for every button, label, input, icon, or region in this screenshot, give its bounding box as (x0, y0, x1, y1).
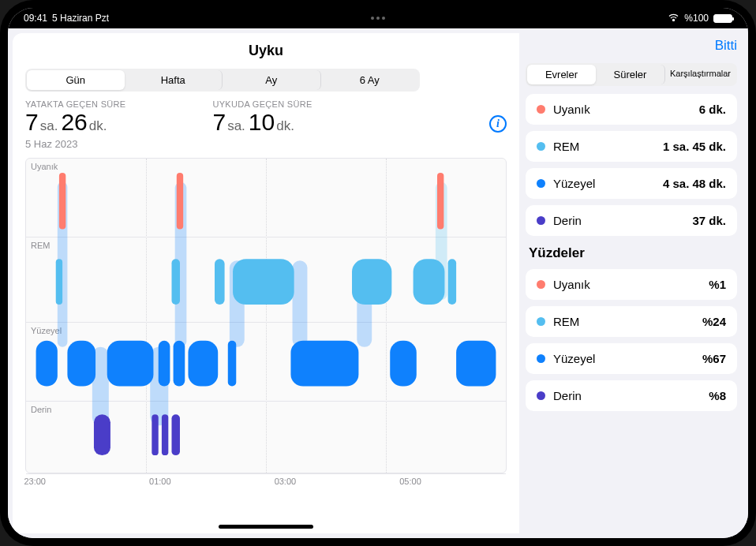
side-tabs: Evreler Süreler Karşılaştırmalar (526, 63, 737, 86)
svg-rect-17 (448, 259, 456, 305)
x-tick-2: 03:00 (275, 477, 297, 486)
status-bar: 09:41 5 Haziran Pzt %100 (8, 8, 748, 28)
time-in-bed: YATAKTA GEÇEN SÜRE 7 sa. 26 dk. (25, 99, 125, 136)
phase-value: 4 sa. 48 dk. (663, 177, 726, 190)
percentage-row[interactable]: Derin%8 (526, 380, 737, 411)
percentage-name: Uyanık (553, 278, 590, 291)
x-axis: 23:00 01:00 03:00 05:00 (25, 477, 507, 492)
percentage-row[interactable]: Uyanık%1 (526, 269, 737, 300)
svg-rect-14 (233, 259, 294, 305)
svg-rect-27 (456, 341, 496, 387)
percentage-value: %1 (709, 278, 726, 291)
svg-rect-16 (414, 259, 445, 305)
main-panel: Uyku Gün Hafta Ay 6 Ay YATAKTA GEÇEN SÜR… (13, 33, 519, 533)
stat-date: 5 Haz 2023 (25, 138, 507, 150)
tab-comparisons[interactable]: Karşılaştırmalar (665, 65, 735, 84)
info-icon[interactable]: i (489, 115, 507, 133)
phase-dot-icon (537, 105, 545, 114)
time-asleep-hours: 7 (212, 109, 226, 136)
svg-rect-30 (162, 414, 168, 455)
tab-phases[interactable]: Evreler (527, 65, 596, 84)
svg-rect-13 (215, 259, 225, 305)
phase-value: 6 dk. (699, 103, 726, 116)
phase-row[interactable]: Derin37 dk. (526, 205, 737, 236)
time-asleep-mins: 10 (249, 109, 275, 136)
phase-name: REM (553, 140, 579, 153)
percentage-value: %67 (702, 352, 726, 365)
tab-month[interactable]: Ay (223, 70, 321, 90)
phase-name: Derin (553, 214, 582, 227)
svg-rect-18 (36, 341, 58, 387)
time-in-bed-hours: 7 (25, 109, 39, 136)
svg-rect-15 (352, 259, 391, 305)
svg-rect-20 (107, 341, 154, 387)
percentage-name: Yüzeyel (553, 352, 595, 365)
x-tick-1: 01:00 (149, 477, 171, 486)
x-tick-0: 23:00 (24, 477, 46, 486)
phase-dot-icon (537, 216, 545, 225)
svg-rect-5 (293, 260, 308, 346)
percentages-list: Uyanık%1REM%24Yüzeyel%67Derin%8 (526, 269, 737, 411)
phase-dot-icon (537, 179, 545, 188)
svg-rect-8 (59, 173, 65, 230)
phase-dot-icon (537, 354, 545, 363)
svg-rect-10 (437, 173, 443, 230)
time-in-bed-label: YATAKTA GEÇEN SÜRE (25, 99, 125, 109)
tab-six-month[interactable]: 6 Ay (321, 70, 419, 90)
svg-rect-22 (174, 341, 185, 387)
phase-row[interactable]: Uyanık6 dk. (526, 94, 737, 125)
percentage-name: REM (553, 315, 579, 328)
status-date: 5 Haziran Pzt (52, 13, 109, 24)
phase-value: 1 sa. 45 dk. (663, 140, 726, 153)
phase-dot-icon (537, 280, 545, 289)
phase-dot-icon (537, 142, 545, 151)
done-button[interactable]: Bitti (526, 38, 737, 54)
percentage-row[interactable]: Yüzeyel%67 (526, 343, 737, 374)
wifi-icon (668, 13, 679, 24)
svg-rect-9 (177, 173, 183, 230)
phase-row[interactable]: REM1 sa. 45 dk. (526, 131, 737, 162)
side-panel: Bitti Evreler Süreler Karşılaştırmalar U… (519, 28, 748, 538)
phase-value: 37 dk. (692, 214, 726, 227)
phase-row[interactable]: Yüzeyel4 sa. 48 dk. (526, 168, 737, 199)
x-tick-3: 05:00 (399, 477, 421, 486)
svg-rect-21 (159, 341, 170, 387)
svg-rect-24 (228, 341, 236, 387)
multitasking-dots[interactable] (371, 17, 385, 20)
percentages-header: Yüzdeler (529, 245, 737, 261)
percentage-value: %8 (709, 389, 726, 402)
time-asleep: UYKUDA GEÇEN SÜRE 7 sa. 10 dk. (212, 99, 312, 136)
percentage-name: Derin (553, 389, 582, 402)
stats-row: YATAKTA GEÇEN SÜRE 7 sa. 26 dk. UYKUDA G… (25, 99, 507, 136)
phase-dot-icon (537, 317, 545, 326)
sleep-chart[interactable]: Uyanık REM Yüzeyel Derin (25, 158, 507, 473)
chart-svg (26, 159, 506, 473)
percentage-value: %24 (702, 315, 726, 328)
page-title: Uyku (25, 43, 507, 59)
time-in-bed-mins: 26 (61, 109, 87, 136)
time-range-tabs: Gün Hafta Ay 6 Ay (25, 69, 420, 92)
svg-rect-31 (171, 414, 179, 455)
phase-name: Yüzeyel (553, 177, 595, 190)
svg-rect-26 (390, 341, 417, 387)
phase-dot-icon (537, 391, 545, 400)
battery-icon (713, 14, 732, 23)
svg-rect-28 (94, 414, 110, 455)
svg-rect-25 (290, 341, 358, 387)
battery-text: %100 (684, 13, 709, 24)
phase-name: Uyanık (553, 103, 590, 116)
tab-day[interactable]: Gün (27, 70, 125, 90)
svg-rect-11 (56, 259, 62, 305)
time-asleep-label: UYKUDA GEÇEN SÜRE (212, 99, 312, 109)
tab-durations[interactable]: Süreler (596, 65, 665, 84)
status-time: 09:41 (24, 13, 47, 24)
phases-list: Uyanık6 dk.REM1 sa. 45 dk.Yüzeyel4 sa. 4… (526, 94, 737, 236)
percentage-row[interactable]: REM%24 (526, 306, 737, 337)
tab-week[interactable]: Hafta (125, 70, 223, 90)
home-indicator[interactable] (219, 525, 313, 529)
svg-rect-19 (67, 341, 95, 387)
svg-rect-29 (152, 414, 158, 455)
svg-rect-12 (171, 259, 179, 305)
svg-rect-23 (188, 341, 218, 387)
